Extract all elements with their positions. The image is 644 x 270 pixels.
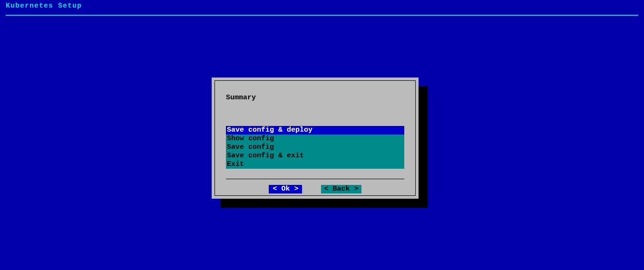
dialog-title: Summary xyxy=(226,94,256,102)
page-title: Kubernetes Setup xyxy=(6,2,82,10)
menu-list: Save config & deploy Show config Save co… xyxy=(226,126,404,169)
button-row: < Ok > < Back > xyxy=(212,185,419,193)
back-button[interactable]: < Back > xyxy=(321,185,361,193)
page-header: Kubernetes Setup xyxy=(0,0,644,12)
header-divider xyxy=(6,15,638,16)
menu-item-exit[interactable]: Exit xyxy=(226,160,404,169)
button-divider xyxy=(226,179,404,179)
menu-item-save-config[interactable]: Save config xyxy=(226,143,404,152)
ok-button[interactable]: < Ok > xyxy=(269,185,302,193)
summary-dialog: Summary Save config & deploy Show config… xyxy=(212,77,419,199)
menu-item-save-deploy[interactable]: Save config & deploy xyxy=(226,126,404,135)
menu-item-save-exit[interactable]: Save config & exit xyxy=(226,152,404,160)
menu-item-show-config[interactable]: Show config xyxy=(226,135,404,143)
